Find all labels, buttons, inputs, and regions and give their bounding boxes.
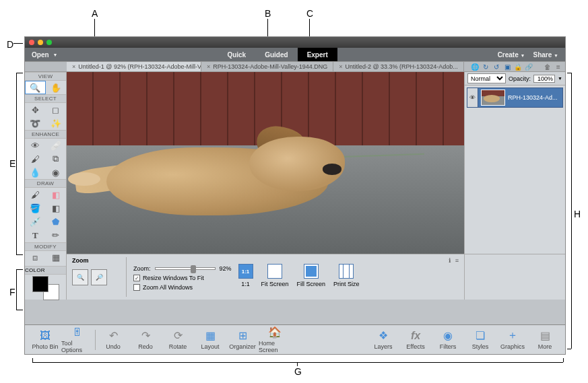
panel-menu-icon[interactable]: ≡ — [455, 257, 459, 264]
mode-expert[interactable]: Expert — [298, 48, 337, 61]
eraser-tool[interactable]: ◧ — [46, 188, 67, 201]
canvas[interactable]: 92% Doc: 3.00M/4.00M ▶ — [67, 72, 464, 278]
zoom-all-checkbox[interactable]: Zoom All Windows — [133, 284, 232, 291]
open-menu[interactable]: Open ▼ — [25, 48, 65, 61]
sponge-icon: ◉ — [52, 168, 59, 178]
more-button[interactable]: ▤ More — [529, 330, 561, 350]
undo-button[interactable]: ↶ Undo — [97, 330, 129, 350]
redo-icon: ↷ — [141, 330, 150, 342]
move-icon: ✥ — [32, 105, 39, 115]
tool-palette: VIEW 🔍 ✋ SELECT ✥ ◻ ➰ ✨ ENHANCE 👁 🩹 🖌 ⧉ — [25, 72, 67, 278]
fill-screen-button[interactable]: Fill Screen — [297, 264, 326, 287]
minimize-window-icon[interactable] — [38, 40, 43, 45]
zoom-out-button[interactable]: 🔎 — [91, 269, 107, 285]
document-tab[interactable]: × RPH-130324-Adobe-Mill-Valley-1944.DNG — [201, 62, 333, 71]
options-right-filler — [464, 254, 565, 300]
layers-button[interactable]: ❖ Layers — [367, 330, 399, 350]
styles-button[interactable]: ❏ Styles — [464, 330, 496, 350]
panel-menu-icon[interactable]: ≡ — [554, 63, 562, 71]
paintbrush-icon: 🖌 — [31, 190, 40, 200]
pencil-icon: ✏ — [52, 230, 59, 240]
pencil-tool[interactable]: ✏ — [46, 229, 67, 242]
fx-icon: fx — [411, 330, 420, 342]
home-screen-button[interactable]: 🏠 Home Screen — [259, 326, 291, 353]
rotate-cw-icon[interactable]: ↻ — [482, 63, 490, 71]
tool-options-bar: Zoom 🔍 🔎 Zoom: 92% ✓ Resize Windows To F… — [67, 254, 464, 300]
close-icon[interactable]: × — [339, 63, 342, 70]
layer-row[interactable]: 👁 RPH-130324-Ad... — [467, 88, 563, 108]
oneone-icon: 1:1 — [238, 264, 253, 279]
lock-icon[interactable]: 🔒 — [514, 63, 522, 71]
spot-heal-tool[interactable]: 🩹 — [46, 139, 67, 152]
tool-options-button[interactable]: 🎚 Tool Options — [61, 326, 94, 353]
type-tool[interactable]: T — [25, 229, 46, 242]
clone-tool[interactable]: ⧉ — [46, 152, 67, 166]
document-tab[interactable]: × Untitled-2 @ 33.3% (RPH-130324-Adob... — [333, 62, 464, 71]
share-menu[interactable]: Share ▼ — [533, 51, 558, 59]
redeye-tool[interactable]: 👁 — [25, 139, 46, 152]
trash-icon[interactable]: 🗑 — [544, 63, 552, 71]
checkbox-icon — [133, 284, 140, 291]
blend-mode-select[interactable]: Normal — [467, 73, 506, 83]
blur-tool[interactable]: 💧 — [25, 166, 46, 179]
layout-button[interactable]: ▦ Layout — [194, 330, 226, 350]
eyedropper-tool[interactable]: 💉 — [25, 215, 46, 229]
zoom-in-button[interactable]: 🔍 — [72, 269, 88, 285]
redo-button[interactable]: ↷ Redo — [129, 330, 162, 350]
marquee-tool[interactable]: ◻ — [46, 103, 67, 116]
fit-screen-icon — [267, 264, 282, 279]
image-icon: 🖼 — [40, 330, 51, 342]
document-tab[interactable]: × Untitled-1 @ 92% (RPH-130324-Adobe-Mil… — [67, 62, 201, 71]
photo-bin-button[interactable]: 🖼 Photo Bin — [29, 330, 61, 350]
close-icon[interactable]: × — [72, 63, 75, 70]
create-menu[interactable]: Create ▼ — [498, 51, 525, 59]
rotate-ccw-icon[interactable]: ↺ — [492, 63, 500, 71]
graphics-button[interactable]: ＋ Graphics — [496, 330, 529, 350]
callout-A: A — [92, 8, 98, 19]
print-size-button[interactable]: Print Size — [333, 264, 360, 287]
crop-tool[interactable]: ⧈ — [25, 251, 46, 265]
zoom-slider[interactable] — [155, 267, 216, 270]
info-icon[interactable]: ℹ — [449, 257, 451, 264]
eye-icon: 👁 — [31, 141, 40, 151]
layers-panel: Normal Opacity: 100% ▼ 👁 RPH-130324-Ad..… — [464, 72, 565, 278]
organizer-button[interactable]: ⊞ Organizer — [226, 330, 259, 350]
rotate-button[interactable]: ⟳ Rotate — [162, 330, 194, 350]
shape-tool[interactable]: ⬟ — [46, 215, 67, 229]
resize-windows-checkbox[interactable]: ✓ Resize Windows To Fit — [133, 275, 232, 281]
mode-quick[interactable]: Quick — [218, 48, 255, 61]
fill-tool[interactable]: 🪣 — [25, 202, 46, 215]
gradient-tool[interactable]: ◧ — [46, 202, 67, 215]
link-icon[interactable]: 🔗 — [525, 63, 533, 71]
zoom-tool[interactable]: 🔍 — [25, 81, 46, 94]
screen-icon[interactable]: ▣ — [503, 63, 511, 71]
zoom-1to1-button[interactable]: 1:1 1:1 — [238, 264, 253, 287]
zoom-window-icon[interactable] — [46, 40, 52, 45]
fit-screen-button[interactable]: Fit Screen — [261, 264, 289, 287]
sponge-tool[interactable]: ◉ — [46, 166, 67, 179]
chevron-down-icon[interactable]: ▼ — [558, 76, 562, 81]
layer-name: RPH-130324-Ad... — [508, 94, 558, 101]
effects-button[interactable]: fx Effects — [399, 330, 432, 350]
visibility-toggle[interactable]: 👁 — [467, 88, 478, 107]
foreground-color-swatch[interactable] — [32, 276, 48, 292]
styles-icon: ❏ — [476, 330, 485, 342]
brush-icon: 🖌 — [31, 154, 40, 164]
globe-icon[interactable]: 🌐 — [471, 63, 479, 71]
hand-tool[interactable]: ✋ — [46, 81, 67, 94]
move-tool[interactable]: ✥ — [25, 103, 46, 116]
filters-button[interactable]: ◉ Filters — [432, 330, 464, 350]
wand-tool[interactable]: ✨ — [46, 116, 67, 130]
opacity-input[interactable]: 100% — [533, 75, 555, 83]
mode-guided[interactable]: Guided — [255, 48, 297, 61]
shape-icon: ⬟ — [52, 217, 59, 227]
callout-F: F — [9, 287, 15, 298]
close-icon[interactable]: × — [207, 63, 210, 70]
sliders-icon: 🎚 — [72, 326, 83, 339]
smart-brush-tool[interactable]: 🖌 — [25, 152, 46, 166]
filters-icon: ◉ — [443, 330, 453, 342]
close-window-icon[interactable] — [29, 40, 34, 45]
recompose-tool[interactable]: ▦ — [46, 251, 67, 265]
brush-tool[interactable]: 🖌 — [25, 188, 46, 201]
lasso-tool[interactable]: ➰ — [25, 116, 46, 130]
